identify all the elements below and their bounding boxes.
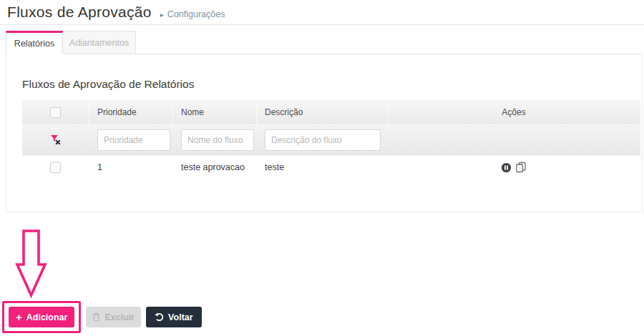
approval-flows-table: Prioridade Nome Descrição Ações	[22, 100, 640, 179]
column-header-nome: Nome	[172, 100, 256, 124]
table-header-row: Prioridade Nome Descrição Ações	[22, 100, 640, 124]
annotation-highlight-box: + Adicionar	[2, 301, 81, 333]
tab-adiantamentos[interactable]: Adiantamentos	[63, 31, 136, 54]
plus-icon: +	[16, 312, 22, 322]
footer-actions: + Adicionar Excluir Voltar	[2, 301, 202, 333]
pause-icon[interactable]	[501, 162, 512, 173]
table-heading: Fluxos de Aprovação de Relatórios	[22, 78, 642, 91]
table-row: 1 teste aprovacao teste	[22, 155, 640, 179]
copy-icon[interactable]	[515, 162, 527, 173]
adicionar-button-label: Adicionar	[26, 312, 68, 322]
filter-input-nome[interactable]	[181, 129, 254, 151]
voltar-button-label: Voltar	[168, 312, 193, 322]
row-checkbox[interactable]	[50, 162, 61, 173]
content-panel: Fluxos de Aprovação de Relatórios Priori…	[6, 54, 643, 212]
cell-descricao: teste	[256, 162, 387, 172]
title-divider	[0, 24, 644, 25]
breadcrumb[interactable]: ▸ Configurações	[160, 9, 225, 19]
select-all-checkbox[interactable]	[50, 107, 61, 118]
cell-nome: teste aprovacao	[172, 162, 256, 172]
filter-clear-icon[interactable]	[50, 134, 62, 146]
column-header-acoes: Ações	[387, 100, 640, 124]
filter-input-descricao[interactable]	[265, 129, 381, 151]
excluir-button[interactable]: Excluir	[86, 307, 141, 327]
cell-prioridade: 1	[89, 162, 172, 172]
column-header-descricao: Descrição	[256, 100, 387, 124]
table-filter-row	[22, 124, 640, 155]
page-title: Fluxos de Aprovação	[7, 4, 152, 21]
annotation-arrow-icon	[14, 229, 49, 301]
excluir-button-label: Excluir	[104, 312, 135, 322]
voltar-button[interactable]: Voltar	[146, 307, 202, 327]
trash-icon	[92, 312, 100, 322]
cell-acoes	[387, 162, 640, 173]
adicionar-button[interactable]: + Adicionar	[9, 307, 74, 327]
page-header: Fluxos de Aprovação ▸ Configurações	[0, 0, 644, 21]
undo-icon	[155, 312, 164, 322]
breadcrumb-link-configuracoes[interactable]: Configurações	[167, 9, 225, 19]
tab-bar: Relatórios Adiantamentos	[6, 31, 644, 54]
column-header-prioridade: Prioridade	[89, 100, 172, 124]
breadcrumb-arrow-icon: ▸	[160, 11, 164, 19]
tab-relatorios[interactable]: Relatórios	[6, 31, 63, 54]
filter-input-prioridade[interactable]	[97, 129, 170, 151]
